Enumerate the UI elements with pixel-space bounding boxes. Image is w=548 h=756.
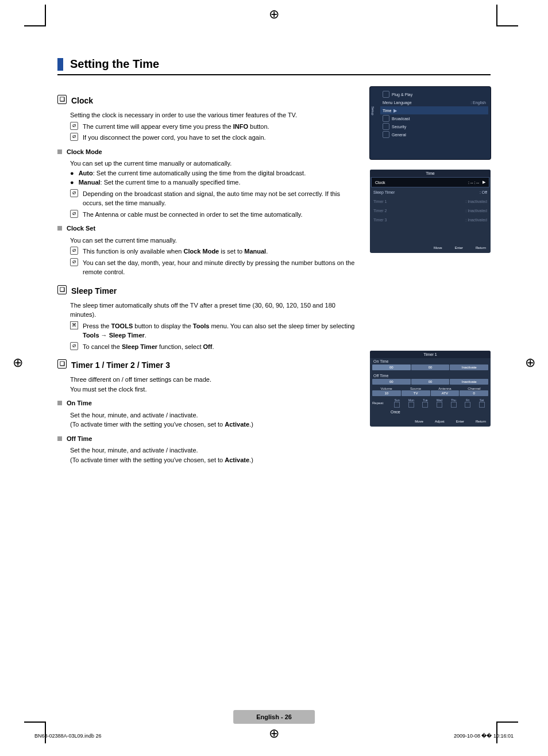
registration-mark-right: ⊕ — [525, 355, 535, 370]
note-icon: Ø — [70, 210, 78, 218]
heading-clock-set: Clock Set — [57, 224, 356, 233]
clock-mode-note1: Depending on the broadcast station and s… — [83, 189, 356, 208]
checkbox-icon — [422, 402, 428, 408]
osd-timer1-title: Timer 1 — [370, 351, 491, 358]
heading-on-time: On Time — [57, 398, 356, 408]
list-icon — [383, 131, 389, 138]
osd-timer1-once: Once — [391, 410, 400, 414]
clock-mode-note2: The Antenna or cable must be connected i… — [83, 210, 303, 220]
note-icon: Ø — [70, 258, 78, 266]
sleep-tools-note: Press the TOOLS button to display the To… — [83, 321, 356, 340]
clock-intro: Setting the clock is necessary in order … — [70, 110, 356, 120]
heading-clock-mode: Clock Mode — [57, 147, 356, 157]
osd-timer1-repeat: Repeat Sun Mon Tue Wed Thu Fri Sat — [370, 398, 491, 410]
off-time-l1: Set the hour, minute, and activate / ina… — [70, 446, 356, 455]
square-bullet-icon — [57, 149, 62, 154]
osd-foot-move: Move — [415, 420, 423, 423]
square-bullet-icon — [57, 226, 62, 231]
checkbox-icon — [394, 402, 400, 408]
osd-foot-move: Move — [434, 246, 442, 250]
antenna-icon — [383, 115, 389, 122]
osd-setup-panel: Setup Plug & Play Menu Language: English… — [370, 87, 491, 159]
osd-timer1-on-segs: 00 00 Inactivate — [370, 364, 491, 370]
osd-foot-enter: Enter — [455, 246, 463, 250]
section-bar-icon — [57, 58, 63, 71]
note-icon: Ø — [70, 247, 78, 255]
timer-intro2: You must set the clock first. — [70, 385, 356, 394]
heading-clock: ❏ Clock — [57, 95, 356, 107]
checkbox-icon — [437, 402, 442, 408]
clock-mode-auto: Auto: Set the current time automatically… — [79, 168, 306, 178]
sleep-cancel-note: To cancel the Sleep Timer function, sele… — [83, 342, 214, 352]
checkbox-icon — [408, 402, 414, 408]
heading-off-time: Off Time — [57, 434, 356, 444]
lock-icon — [383, 123, 389, 130]
on-time-l1: Set the hour, minute, and activate / ina… — [70, 410, 356, 420]
timer-intro1: Three different on / off timer settings … — [70, 375, 356, 385]
tools-icon: ⌘ — [70, 321, 78, 329]
chevron-right-icon: ▶ — [393, 108, 397, 113]
heading-sleep: ❏ Sleep Timer — [57, 285, 356, 297]
osd-foot-return: Return — [476, 246, 486, 250]
sleep-intro: The sleep timer automatically shuts off … — [70, 301, 356, 320]
registration-mark-left: ⊕ — [13, 355, 23, 370]
osd-timer1-on-label: On Time — [370, 358, 491, 364]
osd-time-panel: Time Clock: -- : --▶ Sleep Timer: Off Ti… — [370, 170, 491, 253]
clock-set-intro: You can set the current time manually. — [70, 236, 356, 245]
on-time-l2: (To activate timer with the setting you'… — [70, 420, 356, 429]
clock-mode-intro: You can set up the current time manually… — [70, 159, 356, 168]
osd-foot-return: Return — [476, 420, 486, 423]
clock-note2: If you disconnect the power cord, you ha… — [83, 133, 266, 143]
note-icon: Ø — [70, 133, 78, 141]
note-icon: Ø — [70, 122, 78, 130]
registration-mark-top: ⊕ — [269, 7, 279, 22]
osd-timer1-values: 10 TV ATV 0 — [370, 390, 491, 396]
bookmark-icon: ❏ — [57, 95, 67, 104]
setup-tab-label: Setup — [371, 106, 375, 116]
section-header: Setting the Time — [57, 57, 491, 75]
clock-set-note1: This function is only available when Clo… — [83, 247, 268, 256]
osd-timer1-panel: Timer 1 On Time 00 00 Inactivate Off Tim… — [370, 351, 491, 427]
clock-set-note2: You can set the day, month, year, hour a… — [83, 258, 356, 277]
note-icon: Ø — [70, 189, 78, 197]
osd-time-clock-row: Clock: -- : --▶ — [371, 177, 489, 187]
osd-foot-enter: Enter — [456, 420, 464, 423]
bookmark-icon: ❏ — [57, 359, 67, 369]
bullet-icon: ● — [70, 168, 74, 178]
clock-note1: The current time will appear every time … — [83, 122, 269, 132]
checkbox-icon — [479, 402, 485, 408]
square-bullet-icon — [57, 436, 62, 441]
checkbox-icon — [465, 402, 470, 408]
note-icon: Ø — [70, 342, 78, 350]
off-time-l2: (To activate timer with the setting you'… — [70, 455, 356, 465]
osd-time-title: Time — [370, 170, 491, 177]
section-title: Setting the Time — [70, 57, 159, 71]
bookmark-icon: ❏ — [57, 285, 67, 294]
clock-mode-manual: Manual: Set the current time to a manual… — [79, 178, 241, 187]
heading-clock-text: Clock — [71, 95, 93, 107]
bullet-icon: ● — [70, 178, 74, 187]
checkbox-icon — [451, 402, 457, 408]
heading-timer: ❏ Timer 1 / Timer 2 / Timer 3 — [57, 359, 356, 371]
chevron-right-icon: ▶ — [483, 180, 485, 185]
page-number-label: English - 26 — [233, 710, 315, 724]
gear-icon — [383, 91, 389, 98]
osd-foot-adjust: Adjust — [435, 420, 445, 423]
square-bullet-icon — [57, 401, 62, 405]
osd-timer1-off-label: Off Time — [370, 373, 491, 379]
registration-mark-bottom: ⊕ — [269, 726, 279, 741]
osd-timer1-off-segs: 00 00 Inactivate — [370, 379, 491, 385]
osd-time-selected: Time▶ — [380, 106, 488, 114]
